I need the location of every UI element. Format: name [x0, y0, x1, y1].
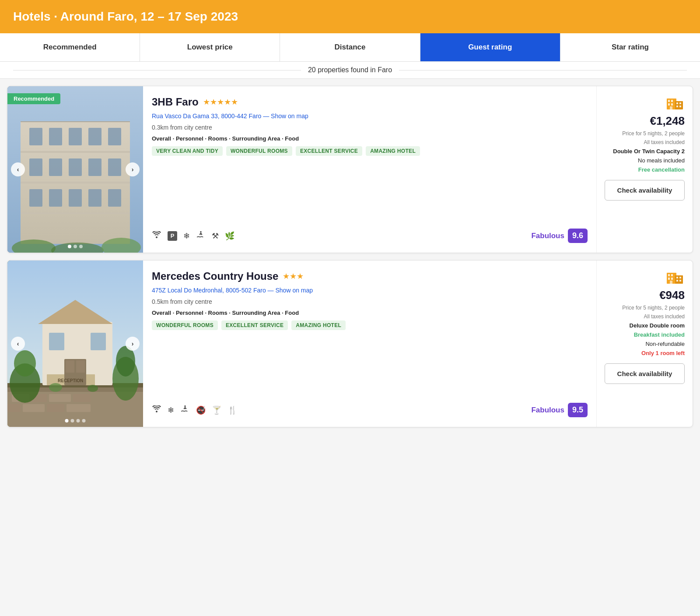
hotel-image-section-1: Recommended ‹ ›	[7, 86, 143, 253]
tag-2-1: WONDERFUL ROOMS	[152, 320, 218, 330]
hotel-price-section-2: €948 Price for 5 nights, 2 people All ta…	[596, 260, 693, 427]
hotel-address-2[interactable]: 475Z Local Do Medronhal, 8005-502 Faro —…	[152, 287, 588, 294]
svg-rect-10	[108, 128, 121, 145]
hotel-name-row-2: Mercedes Country House ★★★	[152, 270, 588, 282]
hotel-highlights-1: Overall · Personnel · Rooms · Surroundin…	[152, 135, 588, 142]
svg-rect-34	[676, 102, 678, 104]
hotel-highlights-2: Overall · Personnel · Rooms · Surroundin…	[152, 310, 588, 316]
parking-icon-1: P	[168, 231, 177, 241]
svg-rect-46	[7, 404, 21, 412]
hotel-distance-1: 0.3km from city centre	[152, 124, 588, 131]
room-left-2: Only 1 room left	[641, 350, 685, 356]
spa-icon-1: 🌿	[225, 231, 234, 241]
wifi-icon-2	[152, 405, 161, 415]
amenities-row-2: ❄ 🚭 🍸 🍴 Fabulous 9.5	[152, 398, 588, 417]
tools-icon-1: ⚒	[212, 231, 219, 241]
tab-guest-rating[interactable]: Guest rating	[420, 33, 560, 61]
svg-rect-29	[671, 100, 673, 102]
pool-icon-1	[196, 231, 206, 240]
hotel-image-2: RECEPTION	[7, 260, 143, 427]
hotel-card-2: RECEPTION ‹ ›	[7, 260, 693, 427]
rating-score-2: 9.5	[568, 403, 588, 417]
results-count: 20 properties found in Faro	[308, 66, 392, 74]
svg-rect-17	[49, 189, 62, 207]
svg-rect-69	[671, 278, 673, 280]
restaurant-icon-2: 🍴	[228, 405, 237, 415]
tag-1-3: EXCELLENT SERVICE	[296, 146, 362, 156]
dot-1-1	[68, 245, 71, 248]
svg-rect-55	[76, 360, 85, 373]
carousel-prev-2[interactable]: ‹	[11, 337, 25, 351]
svg-rect-6	[29, 128, 42, 145]
hotel-image-section-2: RECEPTION ‹ ›	[7, 260, 143, 427]
bar-icon-2: 🍸	[212, 405, 221, 415]
svg-rect-7	[49, 128, 62, 145]
recommended-badge-1: Recommended	[7, 93, 60, 104]
cancellation-1: Free cancellation	[638, 166, 685, 173]
price-note-1b: All taxes included	[644, 139, 685, 145]
sort-tabs: Recommended Lowest price Distance Guest …	[0, 33, 700, 62]
rating-label-2: Fabulous	[531, 406, 564, 415]
svg-rect-15	[108, 158, 121, 176]
svg-rect-54	[66, 360, 74, 373]
nosmoking-icon-2: 🚭	[196, 405, 206, 415]
hotel-info-2: Mercedes Country House ★★★ 475Z Local Do…	[143, 260, 596, 427]
svg-rect-35	[679, 102, 681, 104]
svg-rect-73	[679, 277, 681, 278]
svg-rect-30	[668, 103, 670, 106]
meals-note-2: Breakfast included	[634, 331, 685, 338]
svg-rect-74	[676, 280, 678, 282]
price-note-1a: Price for 5 nights, 2 people	[622, 130, 685, 137]
building-icon-2	[666, 270, 685, 284]
hotel-name-row-1: 3HB Faro ★★★★★	[152, 96, 588, 108]
room-type-2: Deluxe Double room	[630, 322, 685, 329]
svg-rect-48	[47, 404, 64, 412]
check-availability-btn-2[interactable]: Check availability	[605, 363, 685, 384]
svg-text:RECEPTION: RECEPTION	[58, 378, 83, 383]
dot-2-2	[71, 419, 74, 422]
ac-icon-2: ❄	[168, 405, 174, 415]
tab-lowest-price[interactable]: Lowest price	[140, 33, 280, 61]
hotel-name-1[interactable]: 3HB Faro	[152, 96, 199, 108]
hotel-stars-2: ★★★	[283, 271, 304, 281]
carousel-dots-2	[65, 419, 86, 422]
rating-section-2: Fabulous 9.5	[531, 403, 588, 417]
tab-recommended[interactable]: Recommended	[0, 33, 140, 61]
svg-rect-16	[29, 189, 42, 207]
hotel-address-1[interactable]: Rua Vasco Da Gama 33, 8000-442 Faro — Sh…	[152, 113, 588, 120]
svg-rect-28	[668, 100, 670, 102]
hotel-price-2: €948	[659, 289, 685, 302]
hotel-stars-1: ★★★★★	[203, 97, 238, 107]
tag-1-4: AMAZING HOTEL	[366, 146, 420, 156]
check-availability-btn-1[interactable]: Check availability	[605, 180, 685, 201]
dot-2-3	[77, 419, 80, 422]
carousel-next-1[interactable]: ›	[126, 162, 140, 176]
svg-rect-26	[21, 212, 130, 214]
wifi-icon-1	[152, 231, 161, 240]
svg-rect-19	[88, 189, 102, 207]
divider-right	[399, 70, 687, 70]
svg-point-63	[49, 383, 62, 392]
svg-rect-45	[73, 394, 91, 402]
svg-rect-72	[676, 277, 678, 278]
svg-rect-14	[88, 158, 102, 176]
hotel-tags-2: WONDERFUL ROOMS EXCELLENT SERVICE AMAZIN…	[152, 320, 588, 330]
tab-star-rating[interactable]: Star rating	[560, 33, 700, 61]
svg-rect-49	[66, 404, 91, 412]
svg-rect-31	[671, 103, 673, 106]
results-count-section: 20 properties found in Faro	[0, 62, 700, 79]
svg-point-61	[14, 350, 36, 377]
carousel-next-2[interactable]: ›	[126, 337, 140, 351]
tag-1-1: VERY CLEAN AND TIDY	[152, 146, 223, 156]
rating-label-1: Fabulous	[531, 232, 564, 240]
svg-rect-24	[21, 151, 130, 153]
hotel-name-2[interactable]: Mercedes Country House	[152, 270, 278, 282]
price-note-2a: Price for 5 nights, 2 people	[622, 305, 685, 311]
svg-rect-12	[49, 158, 62, 176]
price-note-2b: All taxes included	[644, 313, 685, 320]
carousel-prev-1[interactable]: ‹	[11, 162, 25, 176]
svg-rect-20	[108, 189, 121, 207]
tab-distance[interactable]: Distance	[280, 33, 420, 61]
svg-rect-13	[69, 158, 82, 176]
building-icon-1	[666, 96, 685, 110]
